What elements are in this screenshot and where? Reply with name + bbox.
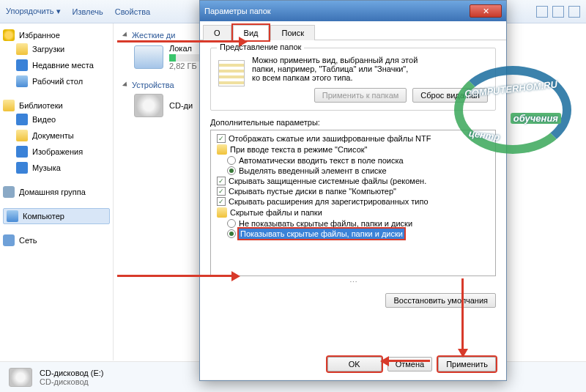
advanced-settings-list[interactable]: ✓Отображать сжатые или зашифрованные фай… [210, 130, 496, 276]
checkbox-icon: ✓ [217, 187, 226, 196]
adv-item-label: Показывать скрытые файлы, папки и диски [239, 229, 404, 238]
tab-view[interactable]: Вид [233, 25, 270, 40]
libraries-label: Библиотеки [19, 101, 63, 110]
group-title: Представление папок [217, 42, 304, 51]
library-icon [3, 100, 15, 111]
sidebar-item-downloads[interactable]: Загрузки [3, 41, 110, 57]
advanced-label: Дополнительные параметры: [210, 118, 496, 127]
star-icon [3, 29, 15, 41]
adv-setting-item[interactable]: Не показывать скрытые файлы, папки и дис… [214, 218, 492, 229]
folder-icon [217, 207, 227, 218]
sidebar-item-network[interactable]: Сеть [3, 234, 110, 246]
sidebar-item-computer[interactable]: Компьютер [3, 208, 110, 224]
music-icon [16, 162, 28, 174]
folder-icon [217, 144, 227, 155]
adv-item-label: Скрывать защищенные системные файлы (рек… [229, 177, 426, 185]
adv-setting-item[interactable]: Автоматически вводить текст в поле поиск… [214, 155, 492, 166]
help-icon[interactable] [568, 6, 580, 18]
apply-button[interactable]: Применить [438, 357, 496, 371]
apply-to-folders-button[interactable]: Применить к папкам [314, 88, 407, 103]
navigation-pane: Избранное Загрузки Недавние места Рабочи… [0, 23, 114, 360]
hdd-section-label: Жесткие ди [132, 31, 175, 40]
favorites-label: Избранное [19, 31, 60, 40]
network-icon [3, 234, 15, 246]
adv-setting-item[interactable]: ✓Скрывать пустые диски в папке "Компьюте… [214, 186, 492, 196]
doc-icon [16, 130, 28, 141]
folder-views-icon [218, 60, 245, 86]
adv-item-label: Выделять введенный элемент в списке [239, 166, 387, 175]
computer-icon [7, 210, 18, 222]
sidebar-item-pictures[interactable]: Изображения [3, 144, 110, 160]
adv-item-label: Скрытые файлы и папки [230, 208, 322, 217]
adv-setting-item[interactable]: Выделять введенный элемент в списке [214, 166, 492, 176]
video-icon [16, 114, 28, 125]
tab-general[interactable]: О [203, 25, 231, 40]
close-button[interactable]: ✕ [470, 4, 502, 18]
adv-item-label: Скрывать расширения для зарегистрированн… [229, 197, 429, 206]
desktop-icon [16, 75, 28, 87]
adv-setting-item[interactable]: ✓Скрывать защищенные системные файлы (ре… [214, 176, 492, 186]
footer-title: CD-дисковод (E:) [40, 369, 103, 377]
cd-icon [9, 368, 32, 387]
radio-icon [227, 229, 236, 238]
adv-item-label: Не показывать скрытые файлы, папки и дис… [239, 219, 412, 228]
adv-setting-item[interactable]: Скрытые файлы и папки [214, 207, 492, 218]
extract-btn[interactable]: Извлечь [73, 7, 103, 16]
adv-setting-item[interactable]: ✓Скрывать расширения для зарегистрирован… [214, 196, 492, 207]
restore-defaults-button[interactable]: Восстановить умолчания [385, 293, 496, 308]
adv-setting-item[interactable]: ✓Отображать сжатые или зашифрованные фай… [214, 133, 492, 144]
tab-search[interactable]: Поиск [270, 25, 314, 40]
sidebar-item-video[interactable]: Видео [3, 111, 110, 127]
adv-setting-item[interactable]: Показывать скрытые файлы, папки и диски [214, 229, 492, 239]
devices-section-label: Устройства [132, 81, 174, 89]
preview-pane-icon[interactable] [552, 6, 564, 18]
group-text: Можно применить вид, выбранный для этой [252, 56, 488, 64]
adv-setting-item[interactable]: При вводе текста в режиме "Список" [214, 144, 492, 155]
radio-icon [227, 156, 236, 165]
group-text: папки, например, "Таблица" или "Значки", [252, 64, 488, 73]
watermark: COMPUTERHOM.RU обучения центр [454, 66, 571, 154]
adv-item-label: Скрывать пустые диски в папке "Компьютер… [229, 187, 396, 196]
properties-btn[interactable]: Свойства [115, 7, 150, 16]
view-mode-icon[interactable] [536, 6, 548, 18]
dialog-title: Параметры папок [204, 7, 271, 15]
sidebar-item-desktop[interactable]: Рабочий стол [3, 73, 110, 89]
organize-menu[interactable]: Упорядочить ▾ [6, 7, 61, 16]
hdd-icon [134, 45, 163, 69]
sidebar-item-homegroup[interactable]: Домашняя группа [3, 186, 110, 198]
footer-sub: CD-дисковод [40, 377, 103, 386]
checkbox-icon: ✓ [217, 134, 226, 143]
cd-icon [134, 94, 163, 117]
recent-icon [16, 59, 28, 71]
checkbox-icon: ✓ [217, 177, 226, 185]
adv-item-label: При вводе текста в режиме "Список" [230, 145, 367, 154]
ok-button[interactable]: OK [327, 357, 382, 371]
sidebar-item-music[interactable]: Музыка [3, 160, 110, 176]
chevron-icon[interactable] [122, 32, 129, 38]
homegroup-icon [3, 186, 15, 198]
cd-label: CD-ди [169, 101, 193, 110]
adv-item-label: Отображать сжатые или зашифрованные файл… [229, 134, 431, 143]
cancel-button[interactable]: Отмена [387, 357, 432, 371]
group-text: ко всем папкам этого типа. [252, 73, 488, 82]
adv-item-label: Автоматически вводить текст в поле поиск… [239, 156, 404, 165]
chevron-icon[interactable] [122, 81, 129, 88]
folder-icon [16, 43, 28, 55]
close-icon: ✕ [483, 7, 489, 16]
folder-options-dialog: Параметры папок ✕ О Вид Поиск Представле… [199, 0, 507, 381]
radio-icon [227, 219, 236, 228]
pictures-icon [16, 146, 28, 158]
dialog-titlebar[interactable]: Параметры папок ✕ [200, 1, 506, 21]
tab-strip: О Вид Поиск [200, 21, 506, 40]
folder-views-group: Представление папок Можно применить вид,… [210, 48, 496, 111]
checkbox-icon: ✓ [217, 197, 226, 206]
sidebar-item-recent[interactable]: Недавние места [3, 57, 110, 73]
sidebar-item-documents[interactable]: Документы [3, 127, 110, 144]
radio-icon [227, 166, 236, 175]
